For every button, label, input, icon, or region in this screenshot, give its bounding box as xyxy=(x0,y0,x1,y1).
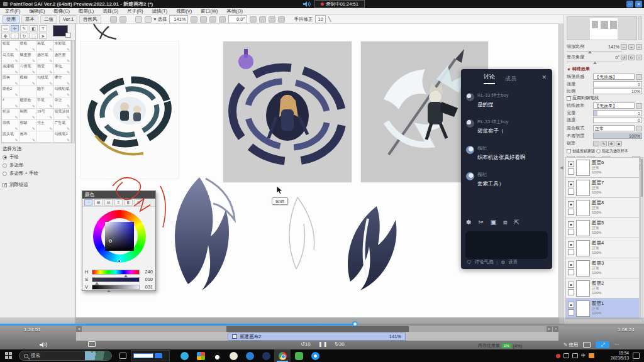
taskbar-app-qq[interactable] xyxy=(209,349,225,362)
brush-镂空[interactable]: 镂空 ✎ xyxy=(54,75,72,86)
lasso-tool[interactable]: ✛ xyxy=(11,25,19,31)
brush-set-tab[interactable]: 二值 xyxy=(40,15,57,24)
taskbar-app-store[interactable] xyxy=(192,349,209,362)
layer-lock-box[interactable] xyxy=(568,309,574,315)
menu-item[interactable]: 选择(S) xyxy=(103,8,118,14)
menu-item[interactable]: 其他(O) xyxy=(226,8,243,14)
brush-中空[interactable]: 中空 ✎ xyxy=(54,97,72,109)
tray-ime-icon[interactable]: 中 xyxy=(581,353,586,359)
nav-zoom-reset[interactable]: ▫ xyxy=(636,44,642,50)
layer-visibility-toggle[interactable] xyxy=(568,161,574,167)
color-mixer-tab[interactable]: ≡ xyxy=(114,199,123,206)
color-square-tab[interactable]: ▦ xyxy=(94,199,103,206)
brush-画布[interactable]: 画布 ✎ xyxy=(19,131,37,143)
layer-visibility-toggle[interactable] xyxy=(568,181,574,187)
brush-19号[interactable]: 19号 ✎ xyxy=(36,109,54,120)
pen-annotate-button[interactable]: ✎ 使用 xyxy=(564,342,578,348)
close-button[interactable]: ✕ xyxy=(635,1,642,8)
brush-硬喷枪[interactable]: 硬喷枪 ✎ xyxy=(19,97,37,109)
search-daily-image[interactable] xyxy=(85,351,111,361)
paper-scale-slider[interactable]: 10% xyxy=(593,88,642,94)
task-view-button[interactable] xyxy=(119,353,126,359)
tray-display-icon[interactable] xyxy=(564,353,569,358)
magnify-tool[interactable]: ◌ xyxy=(11,33,19,39)
text-tool[interactable]: T xyxy=(39,25,47,31)
brush-尘土[interactable]: 尘土 ✎ xyxy=(36,120,54,131)
layer-thumbnail[interactable] xyxy=(576,300,590,317)
brush-褶皱[interactable]: 褶皱 ✎ xyxy=(19,120,37,131)
image-icon[interactable]: ▣ xyxy=(491,219,496,226)
settings-label[interactable]: 设置 xyxy=(508,259,518,265)
share-icon[interactable]: ⇱ xyxy=(514,219,519,226)
taskbar-app-browser-globe[interactable] xyxy=(242,349,258,362)
panel-collapse-icon[interactable]: ‹ xyxy=(4,182,6,189)
forward-30-button[interactable]: ↻30 xyxy=(335,341,345,347)
document-tab[interactable]: 新建画布2 141% xyxy=(228,332,406,341)
menu-item[interactable]: 尺子(R) xyxy=(127,8,143,14)
brush-排线[interactable]: 排线 ✎ xyxy=(2,120,19,131)
sv-square[interactable] xyxy=(105,222,134,251)
chat-close-icon[interactable]: ✕ xyxy=(541,74,547,80)
brush-马克笔[interactable]: 马克笔 ✎ xyxy=(2,52,19,63)
tray-app-icon[interactable] xyxy=(589,353,594,358)
pinned-widget-window[interactable] xyxy=(131,350,170,361)
blend-mode-dropdown[interactable]: 正常 xyxy=(593,125,635,131)
screenshot-icon[interactable]: ⧈ xyxy=(503,219,507,226)
brush-制图[interactable]: 制图 ✎ xyxy=(19,109,37,120)
chat-input[interactable] xyxy=(465,231,548,259)
scissors-icon[interactable]: ✂ xyxy=(478,219,483,226)
layer-lock-box[interactable] xyxy=(568,209,574,215)
selection-option[interactable]: 多边形 xyxy=(3,162,73,168)
zoom-out-button[interactable] xyxy=(191,16,197,23)
pause-button[interactable]: ❚❚ xyxy=(318,341,328,347)
brush-选区笔[interactable]: 选区笔 ✎ xyxy=(36,52,54,63)
bucket-tool[interactable]: ◧ xyxy=(30,25,38,31)
rotate-cw-button[interactable] xyxy=(259,16,266,23)
brush-随手[interactable]: 随手 ✎ xyxy=(36,86,54,97)
menu-item[interactable]: 文件(F) xyxy=(5,8,21,14)
brush-set-tab[interactable]: 使用 xyxy=(3,15,19,24)
paper-strength-slider[interactable]: 0 xyxy=(593,81,642,87)
gear-icon[interactable]: ⚙ xyxy=(501,260,505,265)
brush-铅笔涂抹[interactable]: 铅笔涂抹 ✎ xyxy=(54,109,72,120)
brush-画笔[interactable]: 画笔 ✎ xyxy=(36,41,54,52)
angle-reset-button[interactable] xyxy=(278,16,285,23)
brush-油漆桶[interactable]: 油漆桶 ✎ xyxy=(2,63,19,75)
taskbar-app-wechat[interactable] xyxy=(291,349,307,362)
color-swatch-tab[interactable]: ◧ xyxy=(125,199,133,206)
nav-rotate-cw[interactable]: ↻ xyxy=(628,55,635,60)
avatar[interactable] xyxy=(466,146,474,154)
brush-set-tab[interactable]: 基本 xyxy=(21,15,38,24)
taskbar-app-qq-browser[interactable] xyxy=(307,349,323,362)
brush-scrollbar[interactable] xyxy=(72,40,75,143)
brush-固色[interactable]: 固色 ✎ xyxy=(2,75,19,86)
widget-search-input[interactable] xyxy=(133,353,153,358)
tray-volume-icon[interactable] xyxy=(572,353,578,358)
angle-value[interactable]: 0.0° xyxy=(228,15,247,23)
widget-search-button[interactable] xyxy=(155,353,162,358)
picker-tool[interactable]: ➤ xyxy=(39,33,47,39)
color-wheel[interactable] xyxy=(82,207,155,267)
zoom-value[interactable]: 141% xyxy=(169,15,188,23)
avatar[interactable] xyxy=(466,93,474,101)
taskbar-app-photoshop[interactable] xyxy=(258,349,274,362)
avatar[interactable] xyxy=(466,119,474,128)
layer-thumbnail[interactable] xyxy=(576,240,590,256)
brush-set-tab[interactable]: 自然风 xyxy=(79,15,101,24)
taskbar-search[interactable]: 搜索 xyxy=(19,351,112,361)
effect-width-slider[interactable]: 1 xyxy=(593,110,642,116)
brush-圆头笔[interactable]: 圆头笔 ✎ xyxy=(2,131,19,143)
nav-zoom-in[interactable]: + xyxy=(628,44,635,50)
move-tool[interactable]: ✥ xyxy=(1,33,9,39)
toolbar-button-undo[interactable] xyxy=(110,16,117,23)
layer-row-图层6[interactable]: 图层6 正常 100% xyxy=(566,158,639,178)
layer-row-图层3[interactable]: 图层3 正常 100% xyxy=(566,258,639,278)
layer-visibility-toggle[interactable] xyxy=(568,261,574,268)
player-volume-icon[interactable] xyxy=(39,341,48,348)
brush-渐变[interactable]: 渐变 ✎ xyxy=(36,63,54,75)
nav-angle-reset[interactable]: ▫ xyxy=(636,55,642,60)
minimize-button[interactable]: ─ xyxy=(626,1,633,8)
navigator[interactable] xyxy=(567,16,637,40)
fx-section-header[interactable]: ▼特殊效果 xyxy=(567,65,642,73)
toolbar-button-sel2[interactable] xyxy=(145,16,152,23)
